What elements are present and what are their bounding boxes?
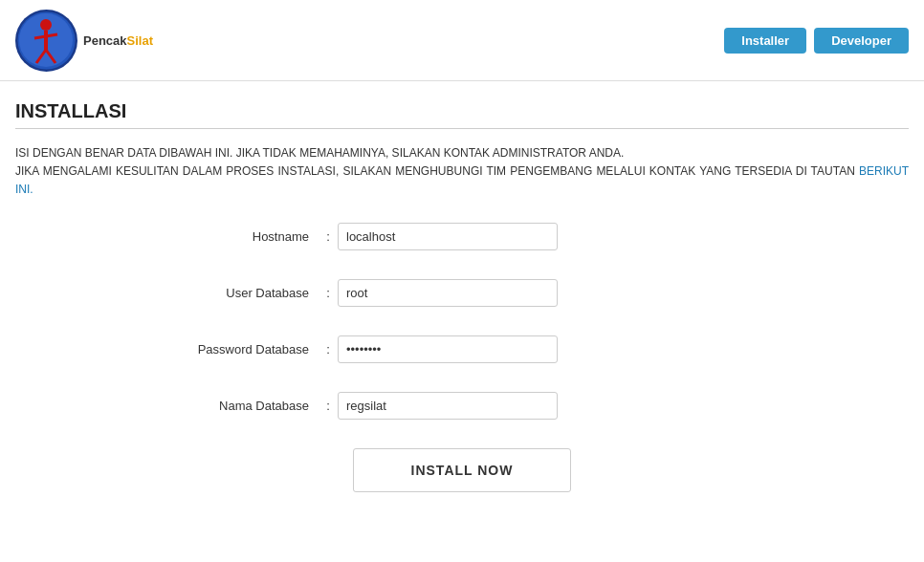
user-database-row: User Database : — [127, 279, 797, 307]
password-database-label: Password Database — [127, 342, 319, 357]
instruction-line1: ISI DENGAN BENAR DATA DIBAWAH INI. JIKA … — [15, 146, 624, 160]
logo-pencak: Pencak — [83, 33, 127, 48]
nama-database-colon: : — [319, 399, 338, 413]
install-button-row: INSTALL NOW — [127, 448, 797, 492]
password-database-row: Password Database : — [127, 335, 797, 363]
header: PencakSilat Installer Developer — [0, 0, 924, 81]
nama-database-label: Nama Database — [127, 399, 319, 413]
nama-database-input[interactable] — [338, 392, 558, 420]
user-database-input[interactable] — [338, 279, 558, 307]
hostname-input[interactable] — [338, 223, 558, 250]
instruction-line2: JIKA MENGALAMI KESULITAN DALAM PROSES IN… — [15, 164, 855, 178]
logo-silat: Silat — [127, 33, 153, 48]
install-now-button[interactable]: INSTALL NOW — [353, 448, 572, 492]
installer-button[interactable]: Installer — [724, 28, 806, 54]
svg-point-3 — [40, 19, 52, 31]
nama-database-row: Nama Database : — [127, 392, 797, 420]
user-database-label: User Database — [127, 286, 319, 300]
install-form: Hostname : User Database : Password Data… — [127, 223, 797, 492]
logo-text: PencakSilat — [83, 33, 153, 48]
hostname-row: Hostname : — [127, 223, 797, 250]
hostname-colon: : — [319, 229, 338, 244]
instructions: ISI DENGAN BENAR DATA DIBAWAH INI. JIKA … — [15, 144, 909, 200]
logo-icon — [15, 10, 77, 72]
user-database-colon: : — [319, 286, 338, 300]
developer-button[interactable]: Developer — [814, 28, 909, 54]
password-database-input[interactable] — [338, 335, 558, 363]
header-buttons: Installer Developer — [724, 28, 909, 54]
logo-area: PencakSilat — [15, 10, 153, 72]
main-content: INSTALLASI ISI DENGAN BENAR DATA DIBAWAH… — [0, 81, 924, 511]
hostname-label: Hostname — [127, 229, 319, 244]
password-database-colon: : — [319, 342, 338, 357]
page-title: INSTALLASI — [15, 100, 909, 129]
